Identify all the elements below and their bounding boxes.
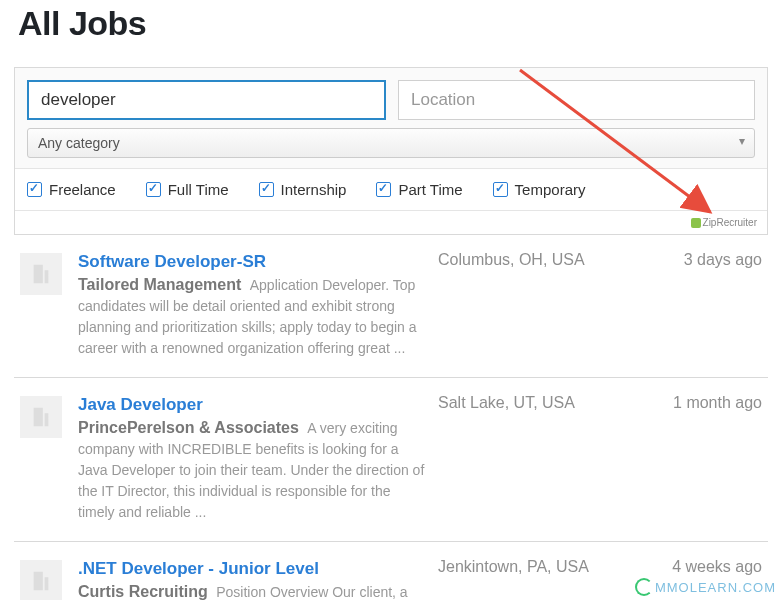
job-main: .NET Developer - Junior Level Curtis Rec…	[78, 558, 428, 600]
checkbox-icon[interactable]	[259, 182, 274, 197]
job-row[interactable]: Software Developer-SR Tailored Managemen…	[14, 235, 768, 378]
job-location: Columbus, OH, USA	[438, 251, 608, 269]
sponsor-bar: ZipRecruiter	[15, 210, 767, 234]
job-type-label: Part Time	[398, 181, 462, 198]
job-type-label: Freelance	[49, 181, 116, 198]
company-logo-placeholder	[20, 396, 62, 438]
building-icon	[30, 263, 52, 285]
checkbox-icon[interactable]	[146, 182, 161, 197]
job-type-temporary[interactable]: Temporary	[493, 181, 586, 198]
job-type-label: Temporary	[515, 181, 586, 198]
watermark: MMOLEARN.COM	[635, 578, 776, 596]
watermark-icon	[635, 578, 653, 596]
checkbox-icon[interactable]	[493, 182, 508, 197]
watermark-text: MMOLEARN.COM	[655, 580, 776, 595]
job-main: Software Developer-SR Tailored Managemen…	[78, 251, 428, 359]
search-panel: Any category Freelance Full Time Interns…	[14, 67, 768, 235]
keyword-input[interactable]	[27, 80, 386, 120]
ziprecruiter-badge[interactable]: ZipRecruiter	[691, 217, 757, 228]
checkbox-icon[interactable]	[376, 182, 391, 197]
job-posted-date: 1 month ago	[673, 394, 762, 412]
sponsor-label: ZipRecruiter	[703, 217, 757, 228]
company-logo-placeholder	[20, 560, 62, 600]
job-types-row: Freelance Full Time Internship Part Time…	[15, 168, 767, 210]
job-type-freelance[interactable]: Freelance	[27, 181, 116, 198]
job-title-link[interactable]: Software Developer-SR	[78, 251, 428, 273]
job-posted-date: 3 days ago	[684, 251, 762, 269]
jobs-list: Software Developer-SR Tailored Managemen…	[14, 235, 768, 600]
job-posted-date: 4 weeks ago	[672, 558, 762, 576]
page-title: All Jobs	[18, 4, 782, 43]
job-type-label: Internship	[281, 181, 347, 198]
job-type-label: Full Time	[168, 181, 229, 198]
job-location: Salt Lake, UT, USA	[438, 394, 608, 412]
building-icon	[30, 406, 52, 428]
job-main: Java Developer PrincePerelson & Associat…	[78, 394, 428, 523]
checkbox-icon[interactable]	[27, 182, 42, 197]
job-company: PrincePerelson & Associates	[78, 419, 299, 436]
ziprecruiter-icon	[691, 218, 701, 228]
building-icon	[30, 570, 52, 592]
job-location: Jenkintown, PA, USA	[438, 558, 608, 576]
search-row	[15, 68, 767, 128]
job-title-link[interactable]: Java Developer	[78, 394, 428, 416]
job-row[interactable]: Java Developer PrincePerelson & Associat…	[14, 378, 768, 542]
job-title-link[interactable]: .NET Developer - Junior Level	[78, 558, 428, 580]
job-type-fulltime[interactable]: Full Time	[146, 181, 229, 198]
category-select[interactable]: Any category	[27, 128, 755, 158]
company-logo-placeholder	[20, 253, 62, 295]
location-input[interactable]	[398, 80, 755, 120]
job-type-parttime[interactable]: Part Time	[376, 181, 462, 198]
job-company: Tailored Management	[78, 276, 241, 293]
category-row: Any category	[15, 128, 767, 168]
job-type-internship[interactable]: Internship	[259, 181, 347, 198]
job-company: Curtis Recruiting	[78, 583, 208, 600]
